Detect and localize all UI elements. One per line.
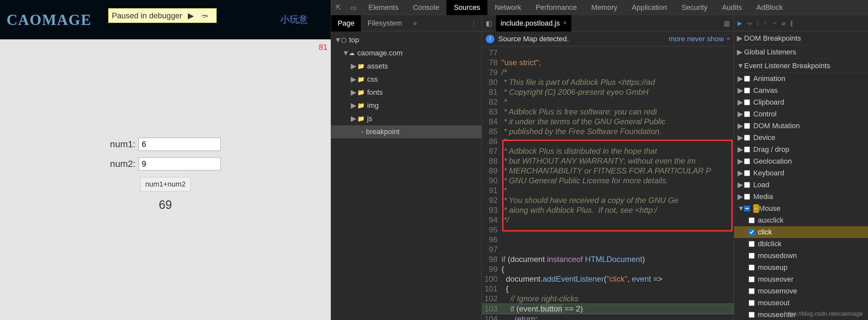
event-mousedown[interactable]: mousedown xyxy=(734,250,868,262)
pause-exceptions-icon[interactable]: ‖ xyxy=(790,20,793,27)
tab-elements[interactable]: Elements xyxy=(361,0,406,15)
close-infobar-icon[interactable]: × xyxy=(726,35,730,42)
event-click[interactable]: click xyxy=(734,226,868,238)
folder-js[interactable]: ▶📁js xyxy=(331,112,482,125)
debugger-paused-text: Paused in debugger xyxy=(112,11,182,20)
num1-label: num1: xyxy=(110,139,136,149)
event-cat-control[interactable]: ▶Control xyxy=(734,108,868,120)
event-cat-canvas[interactable]: ▶Canvas xyxy=(734,85,868,96)
event-dblclick[interactable]: dblclick xyxy=(734,238,868,250)
more-tabs-icon[interactable]: » xyxy=(409,19,422,27)
tab-memory[interactable]: Memory xyxy=(584,0,624,15)
event-cat-device[interactable]: ▶Device xyxy=(734,132,868,144)
info-bar: i Source Map detected. more never show × xyxy=(482,31,734,47)
file-breakpoint[interactable]: ▫breakpoint xyxy=(331,125,482,138)
nav-back-icon[interactable]: ◧ xyxy=(482,19,496,27)
info-icon: i xyxy=(486,35,494,43)
event-cat-mouse[interactable]: ▼− Mouse xyxy=(734,203,868,214)
step-out-icon[interactable]: ↑ xyxy=(764,20,767,27)
tab-network[interactable]: Network xyxy=(488,0,528,15)
num2-input[interactable] xyxy=(138,157,221,171)
navigator-menu-icon[interactable]: ⋮ xyxy=(466,19,482,27)
breakpoints-sidebar: ▶ ⤼ ↓ ↑ → ⌀ ‖ ▶DOM Breakpoints▶Global Li… xyxy=(734,15,868,320)
folder-css[interactable]: ▶📁css xyxy=(331,73,482,86)
step-into-icon[interactable]: ↓ xyxy=(756,20,759,27)
nav-tab-page[interactable]: Page xyxy=(331,15,361,31)
tab-application[interactable]: Application xyxy=(624,0,674,15)
folder-assets[interactable]: ▶📁assets xyxy=(331,60,482,73)
device-icon[interactable]: ▭ xyxy=(346,4,361,11)
sources-navigator: PageFilesystem » ⋮ ▼▢top ▼☁caomage.com ▶… xyxy=(331,15,482,320)
nav-link[interactable]: 小玩意 xyxy=(280,13,308,26)
step-icon[interactable]: ⤼ xyxy=(199,10,210,21)
calc-button[interactable]: num1+num2 xyxy=(140,177,190,192)
event-cat-keyboard[interactable]: ▶Keyboard xyxy=(734,167,868,179)
error-count: 81 xyxy=(319,42,328,52)
resume-button-icon[interactable]: ▶ xyxy=(738,20,742,27)
event-cat-animation[interactable]: ▶Animation xyxy=(734,73,868,85)
section-event-listener-breakpoints[interactable]: ▼Event Listener Breakpoints xyxy=(734,59,868,73)
event-cat-media[interactable]: ▶Media xyxy=(734,191,868,203)
event-auxclick[interactable]: auxclick xyxy=(734,214,868,226)
rendered-page: CAOMAGE 小玩意 Paused in debugger ▶ ⤼ 81 nu… xyxy=(0,0,331,320)
close-tab-icon[interactable]: × xyxy=(563,20,567,27)
tab-console[interactable]: Console xyxy=(406,0,447,15)
result-text: 69 xyxy=(159,198,172,212)
event-cat-load[interactable]: ▶Load xyxy=(734,179,868,191)
tab-security[interactable]: Security xyxy=(674,0,715,15)
num1-input[interactable] xyxy=(138,138,221,151)
site-logo: CAOMAGE xyxy=(6,11,91,29)
step-icon[interactable]: → xyxy=(771,20,777,27)
debugger-toolbar: ▶ ⤼ ↓ ↑ → ⌀ ‖ xyxy=(734,15,868,31)
event-mouseup[interactable]: mouseup xyxy=(734,262,868,273)
event-mouseout[interactable]: mouseout xyxy=(734,297,868,309)
event-cat-drag-drop[interactable]: ▶Drag / drop xyxy=(734,144,868,155)
section-global-listeners[interactable]: ▶Global Listeners xyxy=(734,45,868,59)
resume-icon[interactable]: ▶ xyxy=(186,10,196,21)
event-mousemove[interactable]: mousemove xyxy=(734,285,868,297)
code-area[interactable]: 7778"use strict";79/*80 * This file is p… xyxy=(482,47,734,320)
tab-adblock[interactable]: AdBlock xyxy=(749,0,790,15)
event-cat-clipboard[interactable]: ▶Clipboard xyxy=(734,96,868,108)
step-over-icon[interactable]: ⤼ xyxy=(747,20,752,27)
folder-img[interactable]: ▶📁img xyxy=(331,99,482,112)
devtools-main-tabs: ⇱ ▭ ElementsConsoleSourcesNetworkPerform… xyxy=(331,0,868,15)
event-mouseover[interactable]: mouseover xyxy=(734,273,868,285)
inspect-icon[interactable]: ⇱ xyxy=(331,4,346,11)
deactivate-bp-icon[interactable]: ⌀ xyxy=(782,20,785,27)
section-dom-breakpoints[interactable]: ▶DOM Breakpoints xyxy=(734,31,868,45)
nav-tab-filesystem[interactable]: Filesystem xyxy=(361,15,408,31)
debugger-paused-overlay: Paused in debugger ▶ ⤼ xyxy=(108,8,217,23)
event-cat-dom-mutation[interactable]: ▶DOM Mutation xyxy=(734,120,868,132)
tab-sources[interactable]: Sources xyxy=(446,0,488,15)
devtools-panel: ⇱ ▭ ElementsConsoleSourcesNetworkPerform… xyxy=(331,0,868,320)
tab-performance[interactable]: Performance xyxy=(528,0,584,15)
editor-tab[interactable]: include.postload.js× xyxy=(496,15,571,31)
info-link[interactable]: more never show xyxy=(669,35,724,43)
num2-label: num2: xyxy=(110,159,136,169)
folder-fonts[interactable]: ▶📁fonts xyxy=(331,86,482,99)
tab-audits[interactable]: Audits xyxy=(715,0,749,15)
event-cat-geolocation[interactable]: ▶Geolocation xyxy=(734,155,868,167)
code-editor: ◧ include.postload.js× ▥ i Source Map de… xyxy=(482,15,734,320)
editor-more-icon[interactable]: ▥ xyxy=(720,19,734,27)
watermark: https://blog.csdn.net/caomage xyxy=(784,311,863,317)
file-tree[interactable]: ▼▢top ▼☁caomage.com ▶📁assets▶📁css▶📁fonts… xyxy=(331,31,482,320)
